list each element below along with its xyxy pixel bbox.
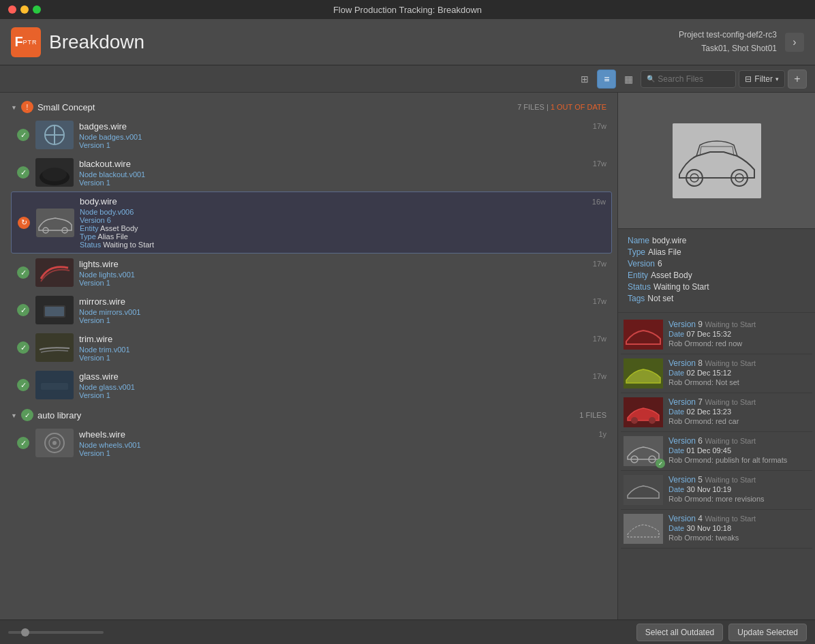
version-info: Version 9 Waiting to Start Date 07 Dec 1… — [668, 320, 810, 348]
ok-status-icon: ✓ — [17, 304, 29, 316]
maximize-button[interactable] — [33, 5, 41, 14]
project-info: Project test-config-def2-rc3 Task01, Sho… — [679, 29, 777, 55]
file-version: Version 1 — [79, 449, 593, 457]
file-node: Node mirrors.v001 — [79, 308, 587, 316]
file-info: wheels.wire Node wheels.v001 Version 1 — [79, 429, 593, 457]
file-thumbnail — [35, 121, 74, 149]
file-status-icon: ✓ — [16, 166, 30, 179]
version-list-item[interactable]: Version 9 Waiting to Start Date 07 Dec 1… — [621, 316, 812, 354]
version-list-item[interactable]: Version 8 Waiting to Start Date 02 Dec 1… — [621, 354, 812, 393]
detail-entity-value: Asset Body — [651, 271, 692, 280]
list-item[interactable]: ✓ mirrors.wire Node mirrors.v001 Version… — [11, 292, 612, 328]
file-time: 16w — [592, 196, 606, 206]
group-header-auto-library[interactable]: ✓ auto library 1 FILES — [5, 406, 612, 424]
file-list-auto-library: ✓ wheels.wire Node wheels.v001 Version 1 — [5, 425, 612, 461]
svg-rect-19 — [624, 320, 663, 350]
version-label: Version — [668, 514, 696, 523]
version-info: Version 7 Waiting to Start Date 02 Dec 1… — [668, 397, 810, 425]
window-title: Flow Production Tracking: Breakdown — [333, 5, 482, 15]
version-author: Rob Ormond: publish for alt formats — [668, 456, 810, 464]
detail-name-value: body.wire — [652, 236, 686, 245]
search-input[interactable] — [658, 74, 730, 84]
list-item[interactable]: ✓ glass.wire Node glass.v001 Version 1 1… — [11, 367, 612, 403]
group-name: auto library — [37, 410, 575, 420]
version-list-item[interactable]: ✓ Version 6 Waiting to Start Date 01 Dec… — [621, 432, 812, 471]
filter-button[interactable]: ⊟ Filter ▾ — [739, 70, 785, 88]
detail-version-label: Version — [628, 259, 655, 269]
version-author: Rob Ormond: red now — [668, 339, 810, 348]
version-thumbnail — [624, 475, 663, 505]
file-name: blackout.wire — [79, 159, 587, 169]
svg-point-13 — [52, 441, 57, 445]
preview-area — [618, 93, 815, 229]
file-version: Version 1 — [79, 179, 587, 187]
file-thumbnail — [36, 209, 74, 237]
version-label: Version — [668, 436, 696, 446]
file-info: blackout.wire Node blackout.v001 Version… — [79, 159, 587, 187]
file-status: Status Waiting to Start — [80, 241, 587, 249]
group-stats: 7 FILES | 1 OUT OF DATE — [517, 103, 606, 111]
zoom-slider-container — [8, 631, 104, 634]
update-selected-button[interactable]: Update Selected — [728, 624, 807, 641]
list-item[interactable]: ✓ blackout.wire Node blackout.v001 Versi… — [11, 154, 612, 191]
file-info: lights.wire Node lights.v001 Version 1 — [79, 259, 587, 287]
version-info: Version 4 Waiting to Start Date 30 Nov 1… — [668, 514, 810, 542]
list-item[interactable]: ✓ badges.wire Node badges.v001 Version 1 — [11, 117, 612, 153]
file-thumbnail — [35, 371, 74, 399]
app-header: F PTR Breakdown Project test-config-def2… — [0, 19, 815, 65]
grid-view-button[interactable]: ⊞ — [575, 70, 594, 89]
detail-type-label: Type — [628, 247, 645, 257]
version-list-item[interactable]: Version 7 Waiting to Start Date 02 Dec 1… — [621, 393, 812, 432]
main-content: ! Small Concept 7 FILES | 1 OUT OF DATE … — [0, 93, 815, 619]
version-list-item[interactable]: Version 4 Waiting to Start Date 30 Nov 1… — [621, 510, 812, 549]
detail-status-value: Waiting to Start — [653, 282, 709, 292]
file-node: Node lights.v001 — [79, 271, 587, 279]
version-author: Rob Ormond: more revisions — [668, 495, 810, 503]
file-name: trim.wire — [79, 334, 587, 344]
file-status-icon: ✓ — [16, 303, 30, 317]
detail-entity-label: Entity — [628, 271, 648, 280]
detail-name-label: Name — [628, 236, 649, 245]
list-view-button[interactable]: ≡ — [597, 70, 616, 89]
file-thumbnail — [35, 333, 74, 362]
version-thumbnail — [624, 320, 663, 350]
file-status-icon: ↻ — [17, 216, 31, 230]
grid-icon: ⊞ — [581, 74, 589, 85]
list-item[interactable]: ✓ trim.wire Node trim.v001 Version 1 17w — [11, 329, 612, 366]
version-status: Waiting to Start — [705, 437, 756, 445]
detail-panel: Name body.wire Type Alias File Version 6… — [617, 93, 815, 619]
svg-rect-10 — [41, 383, 68, 390]
ok-status-icon: ✓ — [17, 437, 29, 449]
version-author: Rob Ormond: tweaks — [668, 534, 810, 542]
detail-status-row: Status Waiting to Start — [628, 282, 805, 292]
file-time: 17w — [593, 333, 606, 343]
zoom-slider[interactable] — [8, 631, 104, 634]
svg-point-4 — [42, 168, 67, 181]
page-title: Breakdown — [49, 31, 679, 53]
navigation-button[interactable]: › — [785, 33, 804, 52]
detail-name-row: Name body.wire — [628, 236, 805, 245]
group-header-small-concept[interactable]: ! Small Concept 7 FILES | 1 OUT OF DATE — [5, 98, 612, 116]
select-outdated-button[interactable]: Select all Outdated — [636, 624, 723, 641]
version-list-item[interactable]: Version 5 Waiting to Start Date 30 Nov 1… — [621, 471, 812, 510]
list-item[interactable]: ✓ wheels.wire Node wheels.v001 Version 1 — [11, 425, 612, 461]
file-name: body.wire — [80, 196, 587, 206]
detail-view-button[interactable]: ▦ — [619, 70, 638, 89]
close-button[interactable] — [8, 5, 16, 14]
group-stats: 1 FILES — [579, 411, 606, 419]
minimize-button[interactable] — [20, 5, 29, 14]
version-label: Version — [668, 320, 696, 329]
version-number: Version 5 Waiting to Start — [668, 475, 810, 485]
file-node: Node blackout.v001 — [79, 170, 587, 179]
file-name: lights.wire — [79, 259, 587, 269]
group-auto-library: ✓ auto library 1 FILES ✓ — [5, 406, 612, 461]
list-item[interactable]: ↻ body.wire Node body.v006 Version 6 — [11, 191, 612, 254]
version-date: Date 02 Dec 15:12 — [668, 368, 810, 378]
list-item[interactable]: ✓ lights.wire Node lights.v001 Version 1… — [11, 254, 612, 291]
version-label: Version — [668, 397, 696, 407]
file-version: Version 1 — [79, 141, 587, 149]
version-number: Version 8 Waiting to Start — [668, 358, 810, 368]
add-button[interactable]: + — [788, 70, 807, 89]
logo-letter: F — [14, 34, 22, 50]
group-name: Small Concept — [37, 102, 513, 112]
